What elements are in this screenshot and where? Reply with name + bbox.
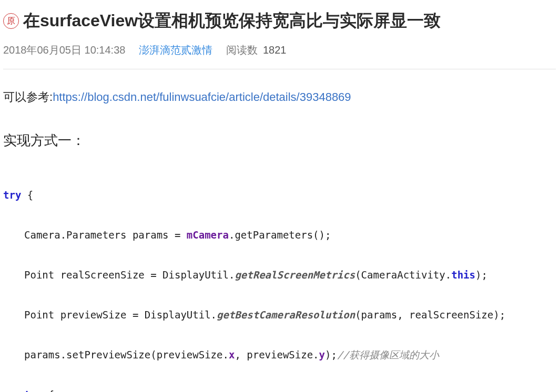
keyword-try: try	[3, 189, 21, 201]
code-block: try { Camera.Parameters params = mCamera…	[3, 165, 556, 392]
publish-date: 2018年06月05日 10:14:38	[3, 43, 125, 57]
divider	[3, 69, 556, 69]
reads-label: 阅读数	[226, 44, 258, 56]
article-content: 可以参考:https://blog.csdn.net/fulinwsuafcie…	[3, 87, 556, 392]
italic-method: getRealScreenMetrics	[235, 269, 355, 281]
keyword-try: try	[24, 389, 42, 392]
article-title: 在surfaceView设置相机预览保持宽高比与实际屏显一致	[23, 9, 441, 33]
member-x: x	[229, 349, 235, 360]
italic-method: getBestCameraResolution	[217, 309, 355, 321]
meta-row: 2018年06月05日 10:14:38 澎湃滴范贰激情 阅读数 1821	[3, 43, 556, 57]
code-line: try {	[3, 185, 556, 205]
title-row: 原 在surfaceView设置相机预览保持宽高比与实际屏显一致	[3, 9, 556, 33]
member-mcamera: mCamera	[187, 229, 229, 241]
code-line: try {	[3, 385, 556, 392]
reference-link[interactable]: https://blog.csdn.net/fulinwsuafcie/arti…	[53, 90, 351, 104]
reads-block: 阅读数 1821	[226, 43, 286, 57]
code-comment: //获得摄像区域的大小	[337, 349, 439, 360]
reads-count: 1821	[263, 44, 287, 56]
code-line: Point realScreenSize = DisplayUtil.getRe…	[3, 265, 556, 285]
keyword-this: this	[451, 269, 475, 281]
original-badge: 原	[3, 13, 19, 29]
author-link[interactable]: 澎湃滴范贰激情	[139, 43, 212, 57]
code-line: params.setPreviewSize(previewSize.x, pre…	[3, 345, 556, 365]
reference-prefix: 可以参考:	[3, 90, 53, 104]
member-y: y	[319, 349, 325, 360]
code-line: Point previewSize = DisplayUtil.getBestC…	[3, 305, 556, 325]
section-heading-1: 实现方式一：	[3, 129, 556, 152]
code-line: Camera.Parameters params = mCamera.getPa…	[3, 225, 556, 245]
article-header: 原 在surfaceView设置相机预览保持宽高比与实际屏显一致 2018年06…	[3, 0, 556, 61]
reference-line: 可以参考:https://blog.csdn.net/fulinwsuafcie…	[3, 87, 556, 107]
